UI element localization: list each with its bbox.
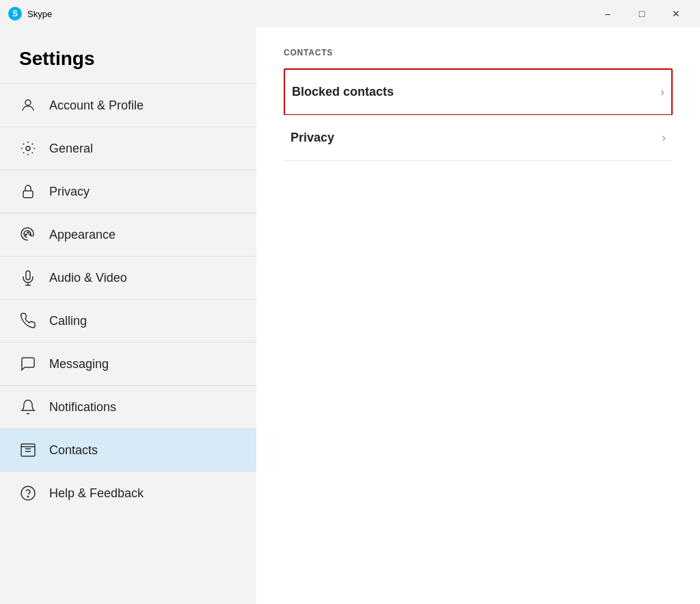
sidebar-item-general-label: General [49,142,93,156]
svg-point-3 [25,234,27,235]
svg-point-5 [29,234,31,235]
sidebar-item-appearance-label: Appearance [49,228,116,242]
sidebar-item-account[interactable]: Account & Profile [0,83,256,127]
svg-point-10 [21,486,35,500]
content-area: CONTACTS Blocked contacts › Privacy › [256,27,700,604]
contacts-icon [19,441,37,459]
app-title: Skype [27,9,52,19]
privacy-chevron-icon: › [662,131,666,145]
skype-logo-icon: S [8,7,22,21]
sidebar-item-contacts[interactable]: Contacts [0,428,256,471]
messaging-icon [19,355,37,373]
svg-rect-8 [21,444,35,456]
section-header: CONTACTS [284,48,673,57]
minimize-button[interactable]: – [592,3,623,24]
settings-title: Settings [0,27,256,83]
titlebar-left: S Skype [8,7,52,21]
blocked-contacts-chevron-icon: › [660,85,664,99]
sidebar-item-privacy[interactable]: Privacy [0,170,256,213]
sidebar-item-general[interactable]: General [0,127,256,170]
audio-video-icon [19,269,37,287]
privacy-icon [19,183,37,200]
sidebar-item-notifications-label: Notifications [49,400,116,415]
svg-point-4 [27,232,29,233]
sidebar-item-help-label: Help & Feedback [49,486,144,501]
sidebar-item-calling[interactable]: Calling [0,299,256,342]
sidebar-item-notifications[interactable]: Notifications [0,385,256,428]
calling-icon [19,312,37,330]
help-icon [19,484,37,502]
close-button[interactable]: ✕ [660,3,692,24]
appearance-icon [19,226,37,244]
sidebar-item-messaging-label: Messaging [49,357,109,371]
maximize-button[interactable]: □ [626,3,658,24]
sidebar-item-contacts-label: Contacts [49,443,98,458]
sidebar-item-help[interactable]: Help & Feedback [0,471,256,514]
sidebar-item-audio-video-label: Audio & Video [49,271,127,285]
sidebar-item-privacy-label: Privacy [49,185,90,199]
svg-point-1 [26,146,30,150]
privacy-item[interactable]: Privacy › [284,115,673,161]
privacy-label: Privacy [291,131,334,145]
svg-rect-2 [23,191,33,198]
blocked-contacts-label: Blocked contacts [292,85,394,99]
sidebar: Settings Account & Profile General Priva… [0,27,256,604]
svg-point-0 [25,100,31,105]
sidebar-item-calling-label: Calling [49,314,87,328]
sidebar-item-appearance[interactable]: Appearance [0,213,256,256]
sidebar-item-audio-video[interactable]: Audio & Video [0,256,256,299]
general-icon [19,140,37,157]
app-body: Settings Account & Profile General Priva… [0,27,700,604]
blocked-contacts-item[interactable]: Blocked contacts › [284,68,673,116]
titlebar: S Skype – □ ✕ [0,0,700,27]
notifications-icon [19,398,37,416]
account-icon [19,96,37,114]
sidebar-item-messaging[interactable]: Messaging [0,342,256,385]
window-controls: – □ ✕ [592,3,692,24]
sidebar-item-account-label: Account & Profile [49,99,144,113]
